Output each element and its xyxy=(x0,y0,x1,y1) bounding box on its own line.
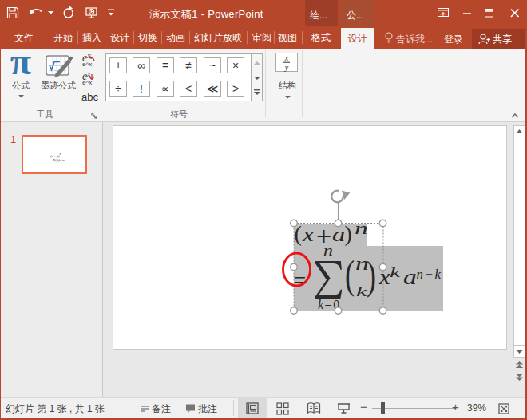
svg-text:y: y xyxy=(284,63,289,72)
svg-text:x: x xyxy=(284,53,289,62)
